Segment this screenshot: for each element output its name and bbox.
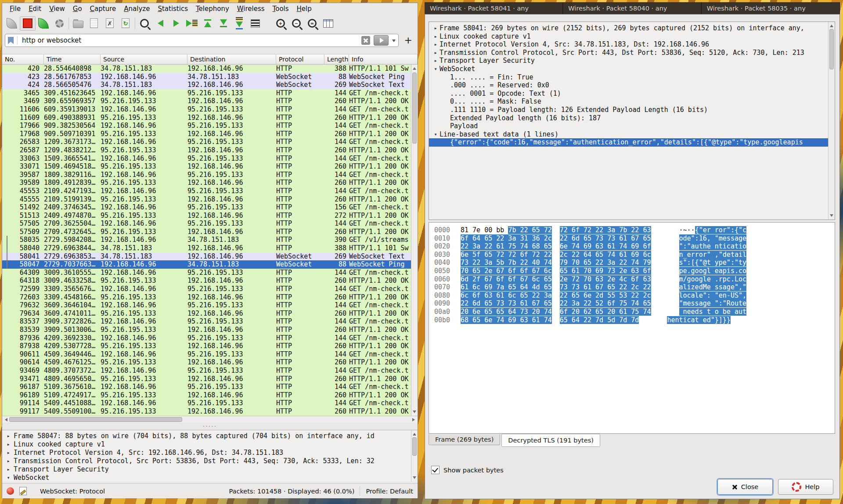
hex-row[interactable]: 005070 65 2e 67 6f 6f 67 6c 65 61 70 69 …	[429, 267, 835, 275]
menu-help[interactable]: Help	[293, 4, 316, 14]
detail-tree-line[interactable]: ▸Frame 58047: 88 bytes on wire (704 bits…	[3, 432, 417, 440]
packet-row[interactable]: 934714809.4695650…95.216.195.133192.168.…	[2, 375, 418, 383]
packet-row[interactable]: 725993309.3565676…192.168.146.9695.216.1…	[2, 285, 418, 293]
packet-row[interactable]: 991145409.4451088…192.168.146.9695.216.1…	[2, 399, 418, 407]
packet-row[interactable]: 395891809.4912839…95.216.195.133192.168.…	[2, 179, 418, 187]
packet-tree-line[interactable]: 0... .... = Mask: False	[429, 97, 835, 106]
packet-tree-line[interactable]: {"error":{"code":16,"message":"authentic…	[429, 138, 835, 147]
packet-row[interactable]: 961875109.3675610…192.168.146.9695.216.1…	[2, 383, 418, 391]
packet-tree-line[interactable]: ▾Line-based text data (1 lines)	[429, 130, 835, 139]
hex-row[interactable]: 007061 6c 69 7a 65 64 4d 65 73 73 61 67 …	[429, 283, 835, 292]
menu-go[interactable]: Go	[69, 4, 86, 14]
packet-row[interactable]: 265871209.4838212…95.216.195.133192.168.…	[2, 146, 418, 155]
column-header-time[interactable]: Time	[44, 54, 101, 64]
close-file-icon[interactable]: ✗	[102, 16, 118, 31]
packet-row[interactable]: 3465309.451623645192.168.146.9695.216.19…	[2, 89, 418, 97]
packet-tree-line[interactable]: Extended Payload length (16 bits): 187	[429, 114, 835, 122]
expander-icon[interactable]: ▾	[432, 130, 440, 139]
expert-info-icon[interactable]	[7, 487, 14, 495]
menu-tools[interactable]: Tools	[269, 4, 293, 14]
hex-row[interactable]: 00606d 2f 67 6f 6f 67 6c 65 2e 72 70 63 …	[429, 275, 835, 284]
expander-icon[interactable]: ▸	[432, 24, 440, 32]
hex-row[interactable]: 009022 6d 65 73 73 61 67 65 22 3a 22 52 …	[429, 299, 835, 308]
open-file-icon[interactable]	[70, 16, 86, 31]
packet-row[interactable]: 515132409.4974870…95.216.195.133192.168.…	[2, 212, 418, 220]
packet-tree-line[interactable]: 1... .... = Fin: True	[429, 73, 835, 82]
column-header-info[interactable]: Info	[349, 54, 418, 64]
packet-tree-line[interactable]: .... 0001 = Opcode: Text (1)	[429, 90, 835, 98]
packet-row[interactable]: 835373909.3722826…192.168.146.9695.216.1…	[2, 317, 418, 326]
expander-icon[interactable]	[432, 114, 440, 122]
zoom-normal-icon[interactable]: =	[304, 16, 320, 31]
expander-icon[interactable]: ▸	[432, 32, 440, 41]
window-title-0[interactable]: Wireshark · Packet 58041 · any	[425, 2, 563, 14]
detail-tree-line[interactable]: ▸Transport Layer Security	[3, 465, 417, 474]
detail-tree-line[interactable]: ▸Internet Protocol Version 4, Src: 192.1…	[3, 449, 417, 457]
menu-capture[interactable]: Capture	[86, 4, 120, 14]
hex-row[interactable]: 00b068 65 6e 74 69 63 61 74 65 64 22 7d …	[429, 316, 835, 324]
go-forward-icon[interactable]	[168, 16, 184, 31]
pane-splitter[interactable]: ·····	[2, 423, 418, 430]
packet-row[interactable]: 330711509.4694518…95.216.195.133192.168.…	[2, 162, 418, 171]
packet-row[interactable]: 395871809.3829116…192.168.146.9695.216.1…	[2, 171, 418, 179]
close-button[interactable]: Close	[717, 479, 773, 495]
stop-capture-icon[interactable]	[20, 16, 36, 31]
expander-icon[interactable]: ▸	[3, 465, 14, 474]
menu-telephony[interactable]: Telephony	[192, 4, 233, 14]
hex-row[interactable]: 00806c 6f 63 61 6c 65 22 3a 22 65 6e 2d …	[429, 292, 835, 300]
packet-row[interactable]: 42028.55464089834.78.151.183192.168.146.…	[2, 65, 418, 73]
packet-tree-line[interactable]: Payload	[429, 122, 835, 130]
packet-list-hscrollbar[interactable]	[2, 416, 418, 423]
hex-row[interactable]: 002022 3a 22 61 75 74 68 65 6e 74 69 63 …	[429, 242, 835, 251]
column-header-source[interactable]: Source	[101, 54, 187, 64]
packet-row[interactable]: 265831209.3673173…192.168.146.9695.216.1…	[2, 138, 418, 146]
tab-decrypted-tls[interactable]: Decrypted TLS (191 bytes)	[501, 434, 600, 447]
expander-icon[interactable]	[432, 73, 440, 82]
menu-analyze[interactable]: Analyze	[120, 4, 154, 14]
zoom-out-icon[interactable]: −	[288, 16, 304, 31]
packet-tree-line[interactable]: ▸Frame 58041: 269 bytes on wire (2152 bi…	[429, 24, 835, 32]
tab-frame[interactable]: Frame (269 bytes)	[429, 434, 500, 445]
packet-row[interactable]: 11606609.359139013192.168.146.9695.216.1…	[2, 105, 418, 114]
packet-tree-line[interactable]: ▸Linux cooked capture v1	[429, 32, 835, 41]
expander-icon[interactable]: ▸	[3, 449, 14, 457]
packet-row[interactable]: 575092709.4732645…95.216.195.133192.168.…	[2, 228, 418, 236]
menu-view[interactable]: View	[45, 4, 69, 14]
packet-tree-line[interactable]: .111 1110 = Payload length: 126 Extended…	[429, 106, 835, 114]
packet-row[interactable]: 991175409.5509100…95.216.195.133192.168.…	[2, 407, 418, 416]
show-packet-bytes-checkbox[interactable]	[431, 466, 440, 474]
expander-icon[interactable]	[432, 97, 440, 106]
zoom-in-icon[interactable]: +	[273, 16, 288, 31]
hex-row[interactable]: 000081 7e 00 bb 7b 22 65 72 72 6f 72 22 …	[429, 226, 835, 234]
menu-statistics[interactable]: Statistics	[154, 4, 192, 14]
expander-icon[interactable]: ▸	[3, 440, 14, 449]
expander-icon[interactable]	[432, 106, 440, 114]
packet-row[interactable]: 580412729.6963853…34.78.151.183192.168.1…	[2, 252, 418, 261]
expander-icon[interactable]: ▸	[432, 57, 440, 65]
packet-row[interactable]: 575052709.3625504…192.168.146.9695.216.1…	[2, 220, 418, 228]
find-packet-icon[interactable]	[137, 16, 152, 31]
filter-dropdown-caret-icon[interactable]	[392, 40, 396, 44]
expander-icon[interactable]: ▸	[3, 432, 14, 440]
auto-scroll-icon[interactable]	[231, 16, 247, 31]
filter-bookmark-icon[interactable]	[8, 37, 14, 44]
detail-tree-line[interactable]: ▾WebSocket	[3, 474, 417, 482]
hex-row[interactable]: 00106f 64 65 22 3a 31 36 2c 22 6d 65 73 …	[429, 234, 835, 243]
menu-file[interactable]: File	[6, 4, 25, 14]
expander-icon[interactable]: ▸	[432, 40, 440, 49]
restart-capture-icon[interactable]	[36, 16, 51, 31]
packet-row[interactable]: 330631509.3665541…192.168.146.9695.216.1…	[2, 155, 418, 163]
packet-tree-line[interactable]: ▸Transport Layer Security	[429, 57, 835, 65]
packet-row[interactable]: 42428.56650547634.78.151.183192.168.146.…	[2, 81, 418, 89]
packet-row[interactable]: 796323609.3646104…192.168.146.9695.216.1…	[2, 301, 418, 310]
expander-icon[interactable]	[432, 81, 440, 90]
detail-tree-line[interactable]: ▸Linux cooked capture v1	[3, 440, 417, 449]
packet-row[interactable]: 514922409.3746345…192.168.146.9695.216.1…	[2, 203, 418, 212]
display-filter-box[interactable]	[5, 34, 399, 47]
packet-row[interactable]: 17966909.382530564192.168.146.9695.216.1…	[2, 122, 418, 130]
expander-icon[interactable]: ▸	[3, 457, 14, 465]
expander-icon[interactable]: ▸	[432, 49, 440, 57]
go-to-packet-icon[interactable]	[184, 16, 200, 31]
packet-row[interactable]: 580402729.6963844…34.78.151.183192.168.1…	[2, 244, 418, 252]
go-first-packet-icon[interactable]	[200, 16, 216, 31]
